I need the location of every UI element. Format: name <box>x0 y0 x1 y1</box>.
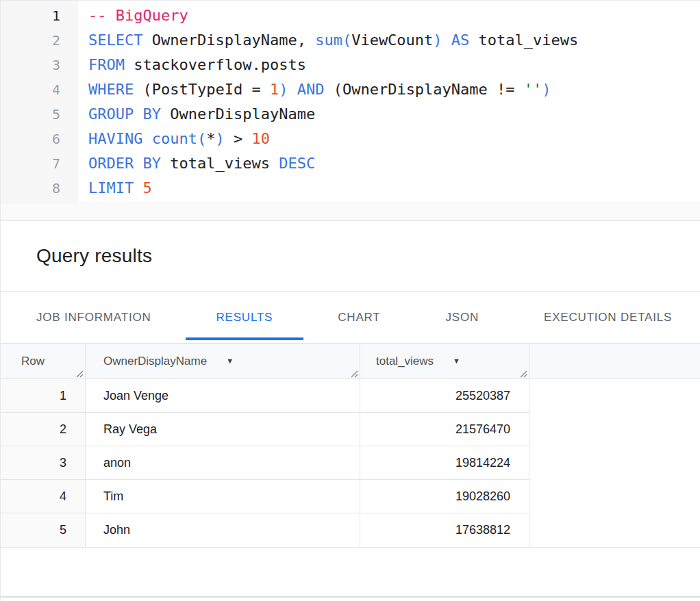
sql-token-kw: AND <box>297 81 325 98</box>
sql-token-id <box>442 31 451 49</box>
cell-total-views: 17638812 <box>360 513 529 547</box>
sql-token-kw: ORDER BY <box>88 155 161 172</box>
sql-token-kw: FROM <box>88 56 125 73</box>
sql-token-id <box>288 81 297 98</box>
sql-editor[interactable]: 12345678 -- BigQuerySELECT OwnerDisplayN… <box>1 0 700 203</box>
tab-job-information[interactable]: JOB INFORMATION <box>5 292 182 343</box>
cell-total-views: 19028260 <box>360 480 529 513</box>
code-line-5[interactable]: GROUP BY OwnerDisplayName <box>88 102 700 127</box>
sql-token-kw: sum( <box>315 31 351 49</box>
cell-row-number: 4 <box>1 480 86 513</box>
editor-results-divider <box>1 203 700 221</box>
line-number: 1 <box>1 3 78 28</box>
line-number: 5 <box>1 102 78 127</box>
sql-token-id: (OwnerDisplayName != <box>324 81 523 98</box>
cell-row-number: 1 <box>1 379 86 412</box>
sql-token-kw: ) <box>279 81 288 98</box>
table-row[interactable]: 2Ray Vega21576470 <box>1 413 529 446</box>
table-row[interactable]: 3anon19814224 <box>1 446 529 480</box>
sql-token-id: total_views <box>161 155 279 172</box>
column-resize-handle-icon[interactable] <box>518 368 527 377</box>
sql-token-id: * <box>206 130 215 147</box>
column-label: total_views <box>376 355 434 368</box>
cell-row-number: 5 <box>1 513 86 547</box>
sql-token-id: > <box>225 130 252 147</box>
line-number: 6 <box>1 127 78 151</box>
sql-token-num: 10 <box>251 130 270 147</box>
cell-row-number: 3 <box>1 446 86 479</box>
cell-owner-display-name: Joan Venge <box>86 379 360 412</box>
sql-token-comment: -- BigQuery <box>88 7 188 24</box>
sql-token-kw: WHERE <box>88 81 134 98</box>
sql-token-id: ViewCount <box>351 31 433 49</box>
column-resize-handle-icon[interactable] <box>74 368 84 377</box>
cell-owner-display-name: Ray Vega <box>86 413 360 446</box>
editor-line-number-gutter: 12345678 <box>1 1 78 203</box>
sql-token-kw: HAVING <box>88 130 142 147</box>
sql-token-str: '' <box>524 81 542 98</box>
line-number: 8 <box>1 176 78 201</box>
sql-token-num: 1 <box>270 81 279 98</box>
column-label: OwnerDisplayName <box>103 355 207 368</box>
cell-owner-display-name: Tim <box>86 480 360 513</box>
column-header-total-views[interactable]: total_views▼ <box>360 344 529 379</box>
sql-token-num: 5 <box>142 179 151 196</box>
editor-code-area[interactable]: -- BigQuerySELECT OwnerDisplayName, sum(… <box>78 1 700 203</box>
sql-token-kw: DESC <box>279 155 315 172</box>
cell-owner-display-name: anon <box>86 446 360 479</box>
sql-token-id: (PostTypeId = <box>134 81 270 98</box>
code-line-3[interactable]: FROM stackoverflow.posts <box>88 53 700 77</box>
bigquery-results-panel: 12345678 -- BigQuerySELECT OwnerDisplayN… <box>0 0 700 601</box>
code-line-1[interactable]: -- BigQuery <box>88 3 700 28</box>
results-tab-bar: JOB INFORMATIONRESULTSCHARTJSONEXECUTION… <box>1 292 700 343</box>
line-number: 7 <box>1 151 78 176</box>
code-line-8[interactable]: LIMIT 5 <box>88 176 700 201</box>
sql-token-kw: ) <box>433 31 442 49</box>
panel-bottom-divider <box>1 596 700 598</box>
column-header-row[interactable]: Row <box>1 344 86 379</box>
table-row[interactable]: 5John17638812 <box>1 513 529 547</box>
sort-dropdown-icon[interactable]: ▼ <box>226 357 234 365</box>
cell-total-views: 21576470 <box>360 413 529 446</box>
sql-token-id: total_views <box>469 31 578 49</box>
table-row[interactable]: 4Tim19028260 <box>1 480 529 513</box>
sql-token-id <box>142 130 151 147</box>
column-header-ownerdisplayname[interactable]: OwnerDisplayName▼ <box>86 344 360 379</box>
sql-token-kw: GROUP BY <box>88 105 161 123</box>
column-resize-handle-icon[interactable] <box>349 368 358 377</box>
results-table-header: RowOwnerDisplayName▼total_views▼ <box>1 343 700 379</box>
sql-token-kw: LIMIT <box>88 179 134 196</box>
column-label: Row <box>21 355 45 368</box>
cell-total-views: 25520387 <box>360 379 529 412</box>
sql-token-id <box>134 179 142 196</box>
cell-total-views: 19814224 <box>360 446 529 479</box>
tab-json[interactable]: JSON <box>415 292 510 343</box>
results-table-body: 1Joan Venge255203872Ray Vega215764703ano… <box>1 379 700 548</box>
tab-results[interactable]: RESULTS <box>186 292 304 343</box>
sql-token-kw: count( <box>152 130 206 147</box>
sql-token-kw: ) <box>215 130 224 147</box>
query-results-header: Query results <box>1 221 700 292</box>
line-number: 4 <box>1 77 78 102</box>
code-line-6[interactable]: HAVING count(*) > 10 <box>88 127 700 151</box>
table-row[interactable]: 1Joan Venge25520387 <box>1 379 529 413</box>
sort-dropdown-icon[interactable]: ▼ <box>453 357 460 365</box>
code-line-4[interactable]: WHERE (PostTypeId = 1) AND (OwnerDisplay… <box>88 77 700 102</box>
line-number: 3 <box>1 53 78 77</box>
page-title: Query results <box>36 245 152 267</box>
tab-execution-details[interactable]: EXECUTION DETAILS <box>513 292 700 343</box>
cell-row-number: 2 <box>1 413 86 446</box>
line-number: 2 <box>1 28 78 53</box>
sql-token-id: stackoverflow.posts <box>125 56 306 73</box>
code-line-2[interactable]: SELECT OwnerDisplayName, sum(ViewCount) … <box>88 28 700 53</box>
sql-token-kw: SELECT <box>88 31 142 49</box>
sql-token-id: OwnerDisplayName <box>161 105 315 123</box>
results-footer-space <box>1 548 700 596</box>
code-line-7[interactable]: ORDER BY total_views DESC <box>88 151 700 176</box>
sql-token-kw: ) <box>542 81 551 98</box>
sql-token-kw: AS <box>451 31 470 49</box>
column-header-filler <box>529 344 700 379</box>
sql-token-id: OwnerDisplayName, <box>142 31 315 49</box>
tab-chart[interactable]: CHART <box>307 292 411 343</box>
cell-owner-display-name: John <box>86 513 360 547</box>
